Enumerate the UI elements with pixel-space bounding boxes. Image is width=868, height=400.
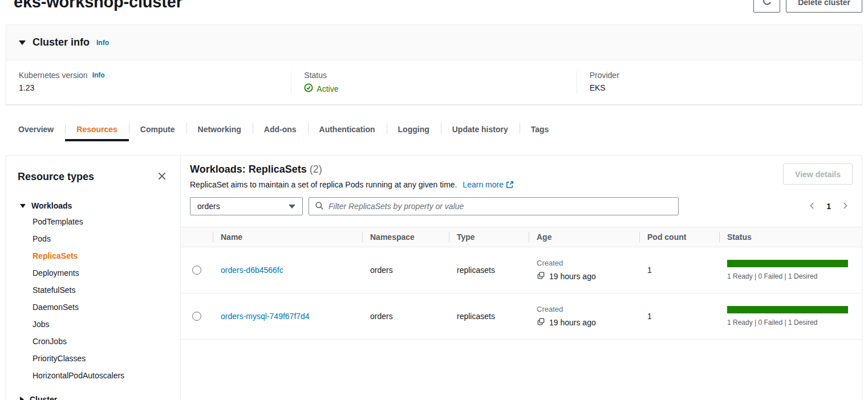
next-page-button[interactable] bbox=[840, 201, 850, 213]
provider-label: Provider bbox=[590, 71, 849, 80]
page-header: eks-workshop-cluster Delete cluster bbox=[0, 0, 868, 16]
previous-page-button[interactable] bbox=[807, 201, 817, 213]
dropdown-caret-icon bbox=[289, 205, 295, 209]
tree-group-workloads[interactable]: Workloads bbox=[18, 198, 169, 213]
refresh-button[interactable] bbox=[753, 0, 780, 13]
resource-tree: Workloads PodTemplates Pods ReplicaSets … bbox=[18, 198, 169, 400]
sidebar-item-daemonsets[interactable]: DaemonSets bbox=[33, 299, 169, 316]
sidebar-item-jobs[interactable]: Jobs bbox=[33, 316, 169, 333]
cluster-info-info-link[interactable]: Info bbox=[96, 39, 109, 47]
age-value: 19 hours ago bbox=[549, 272, 596, 281]
tab-add-ons[interactable]: Add-ons bbox=[253, 117, 308, 141]
tab-tags[interactable]: Tags bbox=[520, 117, 561, 141]
provider-field: Provider EKS bbox=[577, 71, 862, 94]
sidebar-title: Resource types bbox=[18, 171, 94, 183]
learn-more-link[interactable]: Learn more bbox=[463, 180, 514, 189]
sidebar-item-replicasets[interactable]: ReplicaSets bbox=[33, 247, 169, 264]
tab-resources[interactable]: Resources bbox=[65, 117, 129, 141]
replicasets-count: (2) bbox=[310, 164, 322, 175]
sidebar-item-pods[interactable]: Pods bbox=[33, 230, 169, 247]
table-row: orders-mysql-749f67f7d4 orders replicase… bbox=[181, 293, 862, 340]
workloads-items: PodTemplates Pods ReplicaSets Deployment… bbox=[18, 213, 169, 384]
tab-update-history[interactable]: Update history bbox=[441, 117, 520, 141]
current-page[interactable]: 1 bbox=[826, 202, 831, 211]
refresh-icon bbox=[762, 0, 772, 8]
sidebar-item-podtemplates[interactable]: PodTemplates bbox=[33, 213, 169, 230]
column-header-namespace[interactable]: Namespace bbox=[362, 227, 449, 247]
sidebar-header: Resource types bbox=[18, 169, 169, 185]
replicasets-filter-input[interactable] bbox=[328, 202, 672, 211]
kubernetes-version-label: Kubernetes version Info bbox=[19, 71, 278, 80]
sidebar-item-statefulsets[interactable]: StatefulSets bbox=[33, 281, 169, 299]
collapse-caret-icon[interactable] bbox=[19, 40, 26, 45]
pagination: 1 bbox=[807, 201, 853, 213]
caret-right-icon bbox=[20, 397, 24, 400]
replicaset-name-link[interactable]: orders-d6b4566fc bbox=[221, 266, 283, 275]
sidebar-item-deployments[interactable]: Deployments bbox=[33, 264, 169, 281]
cell-pod-count: 1 bbox=[639, 247, 719, 293]
tree-group-cluster[interactable]: Cluster bbox=[18, 392, 169, 400]
cluster-info-body: Kubernetes version Info 1.23 Status Acti… bbox=[6, 60, 862, 104]
replicaset-name-link[interactable]: orders-mysql-749f67f7d4 bbox=[221, 312, 310, 321]
cell-pod-count: 1 bbox=[639, 293, 719, 340]
status-text: 1 Ready | 0 Failed | 1 Desired bbox=[727, 319, 854, 326]
close-icon bbox=[156, 170, 168, 183]
sidebar-close-button[interactable] bbox=[155, 169, 169, 185]
status-bar bbox=[727, 260, 848, 267]
sidebar-item-priorityclasses[interactable]: PriorityClasses bbox=[33, 350, 169, 367]
column-header-name[interactable]: Name bbox=[213, 227, 362, 247]
resource-types-sidebar: Resource types Workloads PodTemp bbox=[6, 156, 181, 400]
header-actions: Delete cluster bbox=[753, 0, 862, 13]
copy-icon[interactable] bbox=[537, 317, 545, 328]
column-header-age[interactable]: Age bbox=[529, 227, 639, 247]
filter-row: orders bbox=[190, 197, 853, 215]
age-created-label: Created bbox=[537, 259, 631, 267]
cell-namespace: orders bbox=[362, 293, 449, 340]
age-created-label: Created bbox=[537, 305, 631, 313]
replicasets-header: Workloads: ReplicaSets (2) ReplicaSet ai… bbox=[190, 164, 853, 190]
view-details-button[interactable]: View details bbox=[783, 164, 853, 185]
resources-content-panel: Resource types Workloads PodTemp bbox=[6, 155, 862, 400]
sidebar-item-horizontalpodautoscalers[interactable]: HorizontalPodAutoscalers bbox=[33, 367, 169, 384]
kubernetes-version-value: 1.23 bbox=[19, 83, 278, 92]
tab-overview[interactable]: Overview bbox=[7, 117, 65, 141]
status-text: 1 Ready | 0 Failed | 1 Desired bbox=[727, 272, 854, 280]
status-value: Active bbox=[304, 83, 563, 94]
cluster-info-header[interactable]: Cluster info Info bbox=[6, 25, 862, 60]
tab-authentication[interactable]: Authentication bbox=[308, 117, 387, 141]
column-header-pod-count[interactable]: Pod count bbox=[639, 227, 719, 247]
eks-cluster-page: eks-workshop-cluster Delete cluster Clus… bbox=[0, 0, 868, 400]
kubernetes-version-info-link[interactable]: Info bbox=[92, 71, 105, 79]
column-header-status[interactable]: Status bbox=[719, 227, 862, 247]
replicasets-table: Name Namespace Type Age Pod count Status… bbox=[181, 227, 862, 340]
row-radio-button[interactable] bbox=[192, 266, 201, 275]
replicasets-description: ReplicaSet aims to maintain a set of rep… bbox=[190, 180, 514, 190]
table-row: orders-d6b4566fc orders replicasets Crea… bbox=[181, 247, 862, 293]
replicasets-title: Workloads: ReplicaSets (2) bbox=[190, 164, 514, 175]
tab-compute[interactable]: Compute bbox=[129, 117, 186, 141]
cell-type: replicasets bbox=[449, 247, 529, 293]
delete-cluster-button[interactable]: Delete cluster bbox=[786, 0, 862, 13]
caret-down-icon bbox=[20, 204, 26, 208]
replicasets-panel: Workloads: ReplicaSets (2) ReplicaSet ai… bbox=[181, 156, 862, 400]
row-radio-button[interactable] bbox=[192, 312, 201, 321]
status-field: Status Active bbox=[291, 71, 576, 94]
column-header-type[interactable]: Type bbox=[449, 227, 529, 247]
kubernetes-version-field: Kubernetes version Info 1.23 bbox=[6, 71, 291, 94]
status-bar bbox=[727, 306, 848, 313]
sidebar-item-cronjobs[interactable]: CronJobs bbox=[33, 333, 169, 350]
cell-namespace: orders bbox=[362, 247, 449, 293]
check-circle-icon bbox=[304, 83, 313, 94]
tab-logging[interactable]: Logging bbox=[387, 117, 441, 141]
cluster-info-panel: Cluster info Info Kubernetes version Inf… bbox=[6, 25, 862, 105]
namespace-filter-dropdown[interactable]: orders bbox=[190, 197, 303, 215]
select-column-header bbox=[181, 227, 213, 247]
search-icon bbox=[315, 201, 324, 212]
copy-icon[interactable] bbox=[537, 271, 545, 281]
cluster-info-title: Cluster info bbox=[33, 36, 90, 48]
tab-networking[interactable]: Networking bbox=[186, 117, 253, 141]
cluster-tabs: Overview Resources Compute Networking Ad… bbox=[7, 117, 862, 141]
table-header-row: Name Namespace Type Age Pod count Status bbox=[181, 227, 862, 247]
external-link-icon bbox=[506, 181, 514, 190]
age-value: 19 hours ago bbox=[549, 318, 596, 327]
